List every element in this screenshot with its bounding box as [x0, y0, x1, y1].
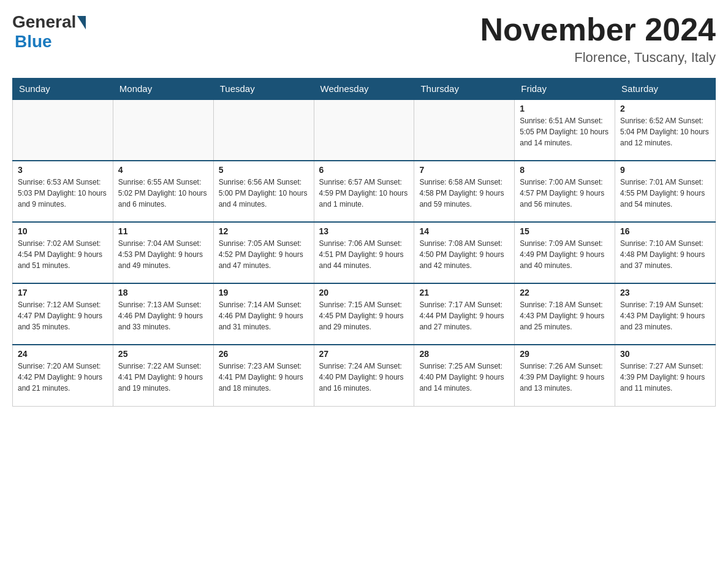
- calendar-header-row: SundayMondayTuesdayWednesdayThursdayFrid…: [13, 79, 716, 100]
- sun-info: Sunrise: 7:01 AM Sunset: 4:55 PM Dayligh…: [620, 177, 710, 210]
- logo: General Blue: [12, 12, 86, 52]
- calendar-cell: 9Sunrise: 7:01 AM Sunset: 4:55 PM Daylig…: [615, 161, 716, 222]
- day-number: 30: [620, 349, 710, 359]
- day-number: 9: [620, 165, 710, 175]
- location-text: Florence, Tuscany, Italy: [480, 50, 716, 66]
- day-number: 1: [520, 104, 610, 113]
- day-number: 8: [520, 165, 610, 175]
- sun-info: Sunrise: 6:51 AM Sunset: 5:05 PM Dayligh…: [520, 115, 610, 148]
- day-number: 4: [118, 165, 208, 175]
- calendar-week-row: 17Sunrise: 7:12 AM Sunset: 4:47 PM Dayli…: [13, 283, 716, 345]
- sun-info: Sunrise: 7:14 AM Sunset: 4:46 PM Dayligh…: [219, 299, 309, 332]
- calendar-cell: 1Sunrise: 6:51 AM Sunset: 5:05 PM Daylig…: [515, 99, 615, 161]
- calendar-cell: 13Sunrise: 7:06 AM Sunset: 4:51 PM Dayli…: [314, 222, 414, 283]
- sun-info: Sunrise: 7:25 AM Sunset: 4:40 PM Dayligh…: [419, 361, 509, 394]
- day-number: 12: [219, 226, 309, 236]
- sun-info: Sunrise: 7:02 AM Sunset: 4:54 PM Dayligh…: [18, 238, 108, 271]
- calendar-cell: 20Sunrise: 7:15 AM Sunset: 4:45 PM Dayli…: [314, 283, 414, 345]
- sun-info: Sunrise: 7:23 AM Sunset: 4:41 PM Dayligh…: [219, 361, 309, 394]
- sun-info: Sunrise: 7:22 AM Sunset: 4:41 PM Dayligh…: [118, 361, 208, 394]
- column-header-tuesday: Tuesday: [213, 79, 314, 100]
- day-number: 24: [18, 349, 108, 359]
- column-header-sunday: Sunday: [13, 79, 113, 100]
- calendar-cell: 22Sunrise: 7:18 AM Sunset: 4:43 PM Dayli…: [515, 283, 615, 345]
- calendar-cell: 5Sunrise: 6:56 AM Sunset: 5:00 PM Daylig…: [213, 161, 314, 222]
- logo-blue-text: Blue: [15, 32, 86, 52]
- calendar-cell: 23Sunrise: 7:19 AM Sunset: 4:43 PM Dayli…: [615, 283, 716, 345]
- sun-info: Sunrise: 7:06 AM Sunset: 4:51 PM Dayligh…: [319, 238, 409, 271]
- calendar-cell: 6Sunrise: 6:57 AM Sunset: 4:59 PM Daylig…: [314, 161, 414, 222]
- day-number: 2: [620, 104, 710, 113]
- day-number: 3: [18, 165, 108, 175]
- calendar-cell: [113, 99, 213, 161]
- column-header-wednesday: Wednesday: [314, 79, 414, 100]
- day-number: 15: [520, 226, 610, 236]
- calendar-week-row: 3Sunrise: 6:53 AM Sunset: 5:03 PM Daylig…: [13, 161, 716, 222]
- calendar-cell: [314, 99, 414, 161]
- sun-info: Sunrise: 7:27 AM Sunset: 4:39 PM Dayligh…: [620, 361, 710, 394]
- sun-info: Sunrise: 7:24 AM Sunset: 4:40 PM Dayligh…: [319, 361, 409, 394]
- calendar-table: SundayMondayTuesdayWednesdayThursdayFrid…: [12, 78, 716, 407]
- calendar-cell: 29Sunrise: 7:26 AM Sunset: 4:39 PM Dayli…: [515, 345, 615, 406]
- day-number: 16: [620, 226, 710, 236]
- calendar-cell: 19Sunrise: 7:14 AM Sunset: 4:46 PM Dayli…: [213, 283, 314, 345]
- calendar-cell: 12Sunrise: 7:05 AM Sunset: 4:52 PM Dayli…: [213, 222, 314, 283]
- day-number: 18: [118, 288, 208, 297]
- calendar-cell: 24Sunrise: 7:20 AM Sunset: 4:42 PM Dayli…: [13, 345, 113, 406]
- calendar-cell: 27Sunrise: 7:24 AM Sunset: 4:40 PM Dayli…: [314, 345, 414, 406]
- calendar-cell: [213, 99, 314, 161]
- sun-info: Sunrise: 7:15 AM Sunset: 4:45 PM Dayligh…: [319, 299, 409, 332]
- calendar-cell: 17Sunrise: 7:12 AM Sunset: 4:47 PM Dayli…: [13, 283, 113, 345]
- sun-info: Sunrise: 6:57 AM Sunset: 4:59 PM Dayligh…: [319, 177, 409, 210]
- day-number: 17: [18, 288, 108, 297]
- calendar-week-row: 24Sunrise: 7:20 AM Sunset: 4:42 PM Dayli…: [13, 345, 716, 406]
- sun-info: Sunrise: 7:12 AM Sunset: 4:47 PM Dayligh…: [18, 299, 108, 332]
- column-header-friday: Friday: [515, 79, 615, 100]
- title-section: November 2024 Florence, Tuscany, Italy: [480, 12, 716, 66]
- sun-info: Sunrise: 7:20 AM Sunset: 4:42 PM Dayligh…: [18, 361, 108, 394]
- calendar-cell: 28Sunrise: 7:25 AM Sunset: 4:40 PM Dayli…: [414, 345, 515, 406]
- calendar-cell: 7Sunrise: 6:58 AM Sunset: 4:58 PM Daylig…: [414, 161, 515, 222]
- calendar-cell: 2Sunrise: 6:52 AM Sunset: 5:04 PM Daylig…: [615, 99, 716, 161]
- sun-info: Sunrise: 7:09 AM Sunset: 4:49 PM Dayligh…: [520, 238, 610, 271]
- calendar-cell: [13, 99, 113, 161]
- sun-info: Sunrise: 7:18 AM Sunset: 4:43 PM Dayligh…: [520, 299, 610, 332]
- calendar-cell: 21Sunrise: 7:17 AM Sunset: 4:44 PM Dayli…: [414, 283, 515, 345]
- day-number: 22: [520, 288, 610, 297]
- calendar-cell: 4Sunrise: 6:55 AM Sunset: 5:02 PM Daylig…: [113, 161, 213, 222]
- sun-info: Sunrise: 7:08 AM Sunset: 4:50 PM Dayligh…: [419, 238, 509, 271]
- calendar-cell: 3Sunrise: 6:53 AM Sunset: 5:03 PM Daylig…: [13, 161, 113, 222]
- calendar-cell: 30Sunrise: 7:27 AM Sunset: 4:39 PM Dayli…: [615, 345, 716, 406]
- calendar-cell: 8Sunrise: 7:00 AM Sunset: 4:57 PM Daylig…: [515, 161, 615, 222]
- logo-triangle-icon: [77, 16, 86, 29]
- page-header: General Blue November 2024 Florence, Tus…: [12, 12, 716, 66]
- calendar-cell: 18Sunrise: 7:13 AM Sunset: 4:46 PM Dayli…: [113, 283, 213, 345]
- calendar-cell: 16Sunrise: 7:10 AM Sunset: 4:48 PM Dayli…: [615, 222, 716, 283]
- day-number: 23: [620, 288, 710, 297]
- sun-info: Sunrise: 7:04 AM Sunset: 4:53 PM Dayligh…: [118, 238, 208, 271]
- day-number: 25: [118, 349, 208, 359]
- calendar-week-row: 10Sunrise: 7:02 AM Sunset: 4:54 PM Dayli…: [13, 222, 716, 283]
- sun-info: Sunrise: 6:52 AM Sunset: 5:04 PM Dayligh…: [620, 115, 710, 148]
- day-number: 29: [520, 349, 610, 359]
- calendar-cell: 14Sunrise: 7:08 AM Sunset: 4:50 PM Dayli…: [414, 222, 515, 283]
- calendar-cell: 25Sunrise: 7:22 AM Sunset: 4:41 PM Dayli…: [113, 345, 213, 406]
- sun-info: Sunrise: 7:05 AM Sunset: 4:52 PM Dayligh…: [219, 238, 309, 271]
- day-number: 27: [319, 349, 409, 359]
- day-number: 21: [419, 288, 509, 297]
- calendar-week-row: 1Sunrise: 6:51 AM Sunset: 5:05 PM Daylig…: [13, 99, 716, 161]
- day-number: 19: [219, 288, 309, 297]
- sun-info: Sunrise: 7:26 AM Sunset: 4:39 PM Dayligh…: [520, 361, 610, 394]
- day-number: 6: [319, 165, 409, 175]
- day-number: 14: [419, 226, 509, 236]
- sun-info: Sunrise: 7:19 AM Sunset: 4:43 PM Dayligh…: [620, 299, 710, 332]
- calendar-cell: 11Sunrise: 7:04 AM Sunset: 4:53 PM Dayli…: [113, 222, 213, 283]
- sun-info: Sunrise: 7:00 AM Sunset: 4:57 PM Dayligh…: [520, 177, 610, 210]
- column-header-monday: Monday: [113, 79, 213, 100]
- calendar-cell: 15Sunrise: 7:09 AM Sunset: 4:49 PM Dayli…: [515, 222, 615, 283]
- calendar-cell: [414, 99, 515, 161]
- column-header-thursday: Thursday: [414, 79, 515, 100]
- sun-info: Sunrise: 7:17 AM Sunset: 4:44 PM Dayligh…: [419, 299, 509, 332]
- logo-general-text: General: [12, 12, 76, 32]
- day-number: 11: [118, 226, 208, 236]
